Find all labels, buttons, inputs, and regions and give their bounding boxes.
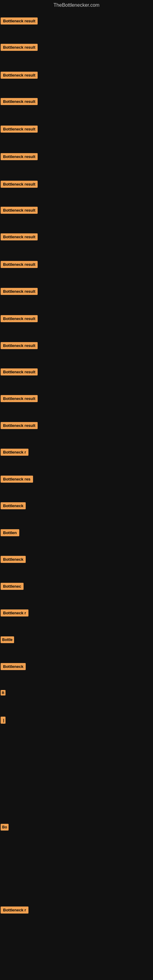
bottleneck-badge-31: Bottleneck r <box>1 907 29 913</box>
bottleneck-item-4: Bottleneck result <box>1 98 38 106</box>
bottleneck-item-31: Bottleneck r <box>1 907 29 915</box>
bottleneck-item-14: Bottleneck result <box>1 368 38 377</box>
bottleneck-badge-13: Bottleneck result <box>1 342 38 349</box>
bottleneck-badge-3: Bottleneck result <box>1 72 38 79</box>
bottleneck-badge-9: Bottleneck result <box>1 233 38 240</box>
bottleneck-badge-21: Bottleneck <box>1 556 26 563</box>
bottleneck-item-29: Bo <box>1 824 9 832</box>
bottleneck-item-27: | <box>1 717 5 725</box>
bottleneck-item-9: Bottleneck result <box>1 233 38 242</box>
bottleneck-badge-20: Bottlen <box>1 529 19 536</box>
bottleneck-badge-11: Bottleneck result <box>1 288 38 295</box>
bottleneck-item-8: Bottleneck result <box>1 207 38 215</box>
bottleneck-badge-25: Bottleneck <box>1 663 26 670</box>
bottleneck-badge-19: Bottleneck <box>1 502 26 509</box>
bottleneck-item-12: Bottleneck result <box>1 315 38 323</box>
bottleneck-item-22: Bottlenec <box>1 583 24 591</box>
bottleneck-badge-8: Bottleneck result <box>1 207 38 214</box>
bottleneck-badge-18: Bottleneck res <box>1 476 33 483</box>
bottleneck-badge-15: Bottleneck result <box>1 395 38 402</box>
bottleneck-item-23: Bottleneck r <box>1 609 29 618</box>
bottleneck-item-10: Bottleneck result <box>1 261 38 269</box>
bottleneck-badge-27: | <box>1 717 5 724</box>
bottleneck-badge-16: Bottleneck result <box>1 422 38 429</box>
bottleneck-badge-4: Bottleneck result <box>1 98 38 105</box>
bottleneck-item-5: Bottleneck result <box>1 126 38 134</box>
bottleneck-item-1: Bottleneck result <box>1 18 38 26</box>
bottleneck-badge-2: Bottleneck result <box>1 44 38 51</box>
bottleneck-item-15: Bottleneck result <box>1 395 38 403</box>
bottleneck-item-20: Bottlen <box>1 529 19 538</box>
bottleneck-item-21: Bottleneck <box>1 556 26 564</box>
bottleneck-item-7: Bottleneck result <box>1 181 38 189</box>
bottleneck-badge-29: Bo <box>1 824 9 830</box>
bottleneck-badge-1: Bottleneck result <box>1 18 38 24</box>
bottleneck-item-2: Bottleneck result <box>1 44 38 52</box>
page-container: TheBottlenecker.com Bottleneck resultBot… <box>0 0 153 980</box>
bottleneck-item-25: Bottleneck <box>1 663 26 671</box>
bottleneck-item-18: Bottleneck res <box>1 476 33 484</box>
bottleneck-item-19: Bottleneck <box>1 502 26 511</box>
bottleneck-item-16: Bottleneck result <box>1 422 38 430</box>
bottleneck-item-17: Bottleneck r <box>1 449 29 457</box>
bottleneck-item-24: Bottle <box>1 636 14 644</box>
bottleneck-badge-17: Bottleneck r <box>1 449 29 456</box>
site-title: TheBottlenecker.com <box>0 0 153 12</box>
bottleneck-item-11: Bottleneck result <box>1 288 38 296</box>
bottleneck-badge-6: Bottleneck result <box>1 153 38 160</box>
bottleneck-item-3: Bottleneck result <box>1 72 38 80</box>
bottleneck-badge-22: Bottlenec <box>1 583 24 590</box>
bottleneck-item-13: Bottleneck result <box>1 342 38 350</box>
bottleneck-badge-26: B <box>1 690 5 695</box>
bottleneck-item-6: Bottleneck result <box>1 153 38 161</box>
bottleneck-badge-5: Bottleneck result <box>1 126 38 133</box>
bottleneck-item-26: B <box>1 690 5 697</box>
bottleneck-badge-12: Bottleneck result <box>1 315 38 322</box>
bottleneck-badge-14: Bottleneck result <box>1 368 38 375</box>
bottleneck-badge-10: Bottleneck result <box>1 261 38 268</box>
bottleneck-badge-7: Bottleneck result <box>1 181 38 188</box>
bottleneck-badge-24: Bottle <box>1 636 14 643</box>
bottleneck-badge-23: Bottleneck r <box>1 609 29 616</box>
